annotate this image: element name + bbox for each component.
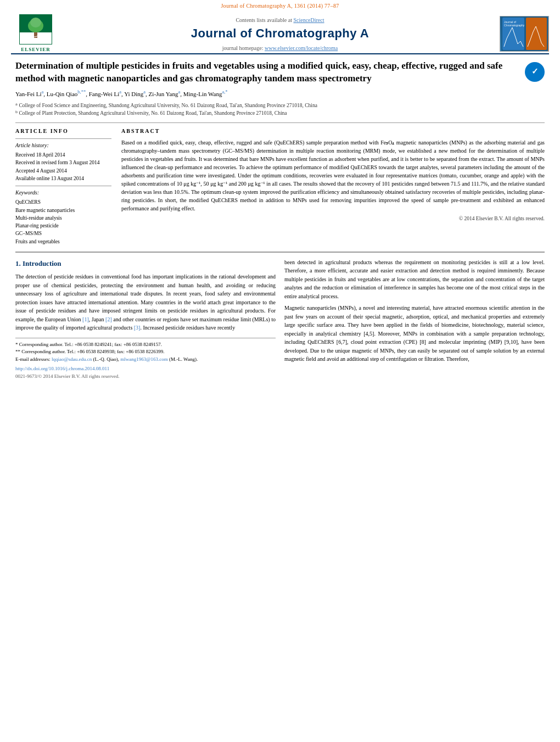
intro-paragraph-1: The detection of pesticide residues in c… [15, 272, 276, 332]
intro-paragraph-2: been detected in agricultural products w… [284, 258, 545, 301]
received-revised-date: Received in revised form 3 August 2014 [15, 159, 111, 166]
elsevier-logo: ELSEVIER [11, 14, 60, 53]
email-link-1[interactable]: lqqiao@sdau.edu.cn [52, 356, 92, 362]
affiliation-a: ᵃ College of Food Science and Engineerin… [15, 102, 545, 109]
accepted-date: Accepted 4 August 2014 [15, 168, 111, 175]
footnote-star1: * Corresponding author. Tel.: +86 0538 8… [15, 341, 276, 349]
article-history-label: Article history: [15, 142, 111, 149]
journal-title-center: Contents lists available at ScienceDirec… [60, 15, 500, 52]
homepage-line: journal homepage: www.elsevier.com/locat… [60, 44, 500, 52]
keyword-3: Multi-residue analysis [15, 215, 111, 222]
elsevier-text: ELSEVIER [21, 46, 51, 53]
elsevier-logo-box [19, 14, 52, 44]
body-two-col: 1. Introduction The detection of pestici… [15, 258, 545, 380]
homepage-label: journal homepage: [222, 45, 264, 51]
cite-1[interactable]: [1] [82, 316, 89, 322]
main-content-divider [15, 252, 545, 253]
abstract-col: ABSTRACT Based on a modified quick, easy… [121, 127, 545, 246]
journal-ref-bar: Journal of Chromatography A, 1361 (2014)… [0, 0, 560, 11]
union-text: Union [68, 316, 81, 322]
cover-image-svg: Journal of Chromatography [501, 16, 548, 51]
article-info-abstract-cols: ARTICLE INFO Article history: Received 1… [15, 127, 545, 246]
article-history-section: Article history: Received 18 April 2014 … [15, 138, 111, 182]
footnote-star2: ** Corresponding author. Tel.: +86 0538 … [15, 348, 276, 356]
sciencedirect-line: Contents lists available at ScienceDirec… [60, 15, 500, 25]
abstract-text: Based on a modified quick, easy, cheap, … [121, 138, 545, 213]
cite-3[interactable]: [3] [134, 325, 141, 331]
svg-point-3 [30, 18, 41, 27]
keyword-4: Planar-ring pesticide [15, 222, 111, 230]
crossmark-icon: ✓ [531, 66, 539, 77]
contents-label: Contents lists available at [236, 17, 292, 23]
available-online-date: Available online 13 August 2014 [15, 175, 111, 182]
footnotes: * Corresponding author. Tel.: +86 0538 8… [15, 338, 276, 381]
homepage-url[interactable]: www.elsevier.com/locate/chroma [265, 45, 338, 51]
keywords-label: Keywords: [15, 189, 111, 197]
email1-note: (L.-Q. Qiao), [93, 356, 119, 362]
article-title: Determination of multiple pesticides in … [15, 60, 525, 85]
crossmark-badge[interactable]: ✓ [525, 62, 545, 82]
email-link-2[interactable]: mlwang1963@163.com [120, 356, 168, 362]
copyright-line: © 2014 Elsevier B.V. All rights reserved… [121, 215, 545, 222]
intro-heading: 1. Introduction [15, 258, 276, 269]
keyword-2: Bare magnetic nanoparticles [15, 207, 111, 214]
journal-ref-text: Journal of Chromatography A, 1361 (2014)… [221, 3, 339, 9]
svg-rect-6 [526, 18, 547, 50]
issn-line: 0021-9673/© 2014 Elsevier B.V. All right… [15, 373, 276, 381]
page-wrapper: Journal of Chromatography A, 1361 (2014)… [0, 0, 560, 386]
authors-line: Yan-Fei Lia, Lu-Qin Qiaob,**, Fang-Wei L… [15, 89, 545, 98]
received-date: Received 18 April 2014 [15, 152, 111, 159]
journal-main-title: Journal of Chromatography A [60, 25, 500, 42]
keywords-section: Keywords: QuEChERS Bare magnetic nanopar… [15, 186, 111, 246]
sciencedirect-link[interactable]: ScienceDirect [293, 17, 324, 23]
intro-paragraph-3: Magnetic nanoparticles (MNPs), a novel a… [284, 304, 545, 364]
abstract-heading: ABSTRACT [121, 127, 545, 135]
keyword-6: Fruits and vegetables [15, 238, 111, 246]
affiliations: ᵃ College of Food Science and Engineerin… [15, 102, 545, 118]
journal-header: ELSEVIER Contents lists available at Sci… [0, 11, 560, 53]
email2-note: (M.-L. Wang). [169, 356, 198, 362]
article-area: Determination of multiple pesticides in … [0, 54, 560, 386]
cite-2[interactable]: [2] [105, 316, 112, 322]
intro-number: 1. [15, 259, 21, 267]
footnote-emails: E-mail addresses: lqqiao@sdau.edu.cn (L.… [15, 356, 276, 364]
keyword-1: QuEChERS [15, 199, 111, 206]
article-info-divider [15, 122, 545, 123]
article-info-col: ARTICLE INFO Article history: Received 1… [15, 127, 111, 246]
elsevier-tree-icon [20, 15, 51, 44]
article-title-row: Determination of multiple pesticides in … [15, 60, 545, 85]
doi-line[interactable]: http://dx.doi.org/10.1016/j.chroma.2014.… [15, 365, 276, 373]
body-col-right: been detected in agricultural products w… [284, 258, 545, 380]
journal-cover-image: Journal of Chromatography [500, 16, 549, 52]
keyword-5: GC–MS/MS [15, 230, 111, 237]
email-label: E-mail addresses: [15, 356, 51, 362]
svg-text:Chromatography: Chromatography [504, 24, 525, 27]
intro-title: Introduction [23, 259, 61, 267]
body-col-left: 1. Introduction The detection of pestici… [15, 258, 276, 380]
doi-link[interactable]: http://dx.doi.org/10.1016/j.chroma.2014.… [15, 366, 109, 371]
affiliation-b: ᵇ College of Plant Protection, Shandong … [15, 109, 545, 117]
article-info-heading: ARTICLE INFO [15, 127, 111, 135]
